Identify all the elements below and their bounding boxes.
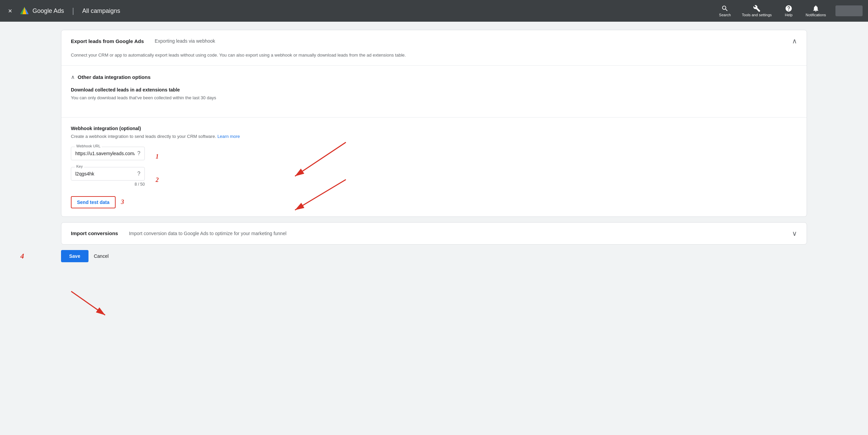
webhook-title: Webhook integration (optional): [71, 126, 797, 131]
google-ads-logo-icon: [19, 5, 30, 16]
collapse-button[interactable]: ∧: [792, 37, 797, 45]
learn-more-link[interactable]: Learn more: [217, 134, 240, 139]
help-icon: [785, 5, 792, 12]
annotation-2: 2: [156, 177, 159, 184]
search-icon: [721, 5, 729, 12]
webhook-section: Webhook integration (optional) Create a …: [61, 117, 807, 216]
notifications-button[interactable]: Notifications: [802, 3, 830, 19]
tools-label: Tools and settings: [742, 13, 772, 17]
google-ads-logo: Google Ads: [19, 5, 64, 16]
action-bar: Save Cancel: [61, 245, 108, 268]
export-leads-card: Export leads from Google Ads Exporting l…: [61, 30, 807, 217]
send-test-row: Send test data 3: [71, 196, 797, 208]
key-counter: 8 / 50: [71, 182, 145, 187]
section-header: ∧ Other data integration options: [71, 74, 797, 80]
bell-icon: [812, 5, 820, 12]
tools-icon: [753, 5, 761, 12]
annotation-1: 1: [156, 153, 159, 160]
nav-right: Search Tools and settings Help Notificat…: [715, 3, 863, 19]
profile-avatar[interactable]: [835, 5, 863, 16]
export-leads-title: Export leads from Google Ads: [71, 38, 144, 44]
tools-settings-button[interactable]: Tools and settings: [738, 3, 776, 19]
key-field-group: Key ? 8 / 50: [71, 167, 145, 187]
nav-divider: |: [72, 6, 74, 15]
search-button[interactable]: Search: [715, 3, 735, 19]
import-conversions-card: Import conversions Import conversion dat…: [61, 222, 807, 245]
import-card-left: Import conversions Import conversion dat…: [71, 230, 287, 236]
annotation-number-4: 4: [20, 252, 24, 261]
annotation-number-2: 2: [156, 177, 159, 184]
webhook-url-label: Webhook URL: [75, 144, 102, 148]
svg-line-12: [71, 291, 105, 315]
section-title: Other data integration options: [78, 74, 151, 80]
action-bar-container: 4 Save Cancel: [61, 245, 807, 268]
key-input[interactable]: [75, 171, 135, 177]
search-label: Search: [719, 13, 731, 17]
webhook-desc: Create a webhook integration to send lea…: [71, 133, 797, 140]
cancel-button[interactable]: Cancel: [94, 253, 109, 259]
import-title: Import conversions: [71, 230, 118, 236]
annotation-number-3: 3: [121, 199, 124, 206]
page-title: All campaigns: [82, 7, 120, 15]
annotation-4-container: 4: [20, 252, 24, 261]
nav-left: × Google Ads | All campaigns: [5, 5, 715, 16]
webhook-url-input[interactable]: [75, 151, 135, 156]
other-data-section: ∧ Other data integration options Downloa…: [61, 66, 807, 118]
export-leads-description: Connect your CRM or app to automatically…: [61, 52, 807, 66]
card-header: Export leads from Google Ads Exporting l…: [61, 30, 807, 52]
key-label: Key: [75, 164, 84, 168]
export-leads-subtitle: Exporting leads via webhook: [155, 38, 215, 44]
key-help-icon[interactable]: ?: [137, 171, 140, 177]
card-header-left: Export leads from Google Ads Exporting l…: [71, 38, 215, 44]
help-label: Help: [785, 13, 793, 17]
main-content: Export leads from Google Ads Exporting l…: [0, 22, 868, 435]
key-row: Key ? 8 / 50 2: [71, 167, 797, 193]
webhook-url-field-group: Webhook URL ?: [71, 147, 145, 160]
webhook-url-wrapper: ?: [71, 147, 145, 160]
save-button[interactable]: Save: [61, 250, 88, 262]
close-button[interactable]: ×: [5, 6, 15, 16]
download-title: Download collected leads in ad extension…: [71, 87, 797, 92]
annotation-number-1: 1: [156, 153, 159, 160]
download-desc: You can only download leads that've been…: [71, 95, 797, 101]
download-subsection: Download collected leads in ad extension…: [71, 87, 797, 101]
top-navigation: × Google Ads | All campaigns: [0, 0, 868, 22]
webhook-url-help-icon[interactable]: ?: [137, 150, 140, 157]
import-subtitle: Import conversion data to Google Ads to …: [129, 231, 287, 236]
notifications-label: Notifications: [806, 13, 826, 17]
webhook-desc-text: Create a webhook integration to send lea…: [71, 134, 216, 139]
help-button[interactable]: Help: [778, 3, 799, 19]
section-toggle-icon: ∧: [71, 74, 75, 80]
send-test-button[interactable]: Send test data: [71, 196, 116, 208]
webhook-url-row: Webhook URL ? 1: [71, 147, 797, 167]
import-expand-button[interactable]: ∨: [792, 229, 797, 237]
logo-text: Google Ads: [33, 7, 64, 15]
key-wrapper: ?: [71, 167, 145, 181]
